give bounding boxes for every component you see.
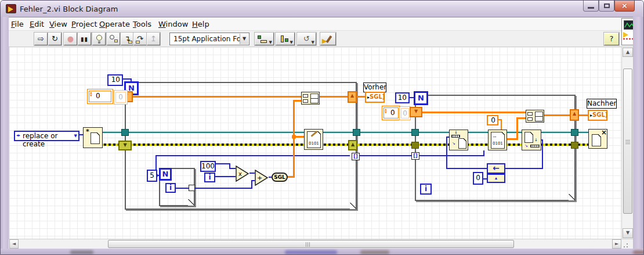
loop-output-tunnel[interactable] [189,185,195,191]
close-button[interactable]: × [614,1,635,12]
enum-sides-icon[interactable]: ◂▸ [16,133,20,138]
menu-operate[interactable]: Operate [99,20,130,28]
feedback-out-wire[interactable] [446,168,487,169]
menu-edit[interactable]: Edit [30,20,44,28]
distribute-objects-button[interactable]: ▼ [276,33,295,45]
read-data-wire[interactable] [516,117,526,119]
count-constant[interactable]: 10 [395,92,410,103]
numeric-constant-spinner[interactable]: ▲▼ 0 [382,106,400,120]
array-wire[interactable] [421,112,526,113]
scroll-right-button[interactable]: ► [612,239,621,249]
feedback-initializer[interactable]: ▴ [487,174,505,183]
error-tunnel[interactable] [571,142,578,149]
error-shift-register-left[interactable]: ▼ [118,141,132,150]
product-wire[interactable] [249,173,255,174]
read-data-wire[interactable] [516,117,518,140]
scroll-down-button[interactable]: ▼ [623,228,633,238]
highlight-execution-button[interactable] [92,33,106,45]
increment-decrement-icon[interactable]: ▲▼ [385,108,387,114]
menu-window[interactable]: Window [158,20,188,28]
iteration-wire[interactable] [176,188,189,189]
read-binary-file-node[interactable]: ·· 0101 [488,130,507,150]
increment-decrement-icon[interactable]: ▲▼ [90,91,92,97]
feedback-init-constant[interactable]: 0 [473,172,483,185]
read-count-wire[interactable] [418,155,484,156]
step-into-button[interactable]: ↴ [121,33,134,45]
run-button[interactable]: ⇨ [34,33,48,45]
scale-wire[interactable] [215,163,230,164]
error-wire[interactable] [102,143,120,146]
error-tunnel[interactable] [411,142,419,149]
font-selector[interactable]: 15pt Application Font ▼ [169,33,249,45]
index-tunnel[interactable]: [] [411,152,419,160]
sgl-data-wire[interactable] [293,100,295,178]
cleanup-diagram-button[interactable]: ▶ [320,33,336,45]
abort-button[interactable]: ● [64,33,77,45]
build-array-node-left[interactable] [301,92,320,105]
offset-wire[interactable] [501,119,502,130]
resize-grip[interactable] [623,242,631,248]
build-array-node-right[interactable] [526,110,544,123]
inner-result-wire[interactable] [251,181,252,189]
write-binary-file-node[interactable]: 0101 [304,129,323,150]
count-branch-wire[interactable] [155,155,350,156]
refnum-tunnel[interactable] [571,129,578,136]
scroll-left-button[interactable]: ◄ [9,239,19,249]
menu-tools[interactable]: Tools [133,20,151,28]
read-count-wire[interactable] [483,150,484,156]
refnum-tunnel[interactable] [353,129,360,136]
vertical-scroll-thumb[interactable] [623,69,632,214]
inner-loop-count-terminal[interactable]: N [159,168,172,181]
to-single-precision-node[interactable]: SGL [272,173,288,182]
iteration-terminal[interactable]: i [204,173,215,182]
inner-count-constant[interactable]: 5 [147,170,157,182]
count-constant[interactable]: 10 [107,74,123,86]
block-diagram-canvas[interactable]: N 10 ▼ ▲▼ 0 0 ▼ ▲ ▲ [] ◂▸ replace or cre… [9,47,621,239]
inner-iteration-terminal[interactable]: i [165,183,176,193]
shift-init-ghost[interactable]: 0 [399,106,411,120]
wire-junction[interactable] [292,135,296,139]
read-offset-constant[interactable]: 0 [487,115,498,125]
shift-register-right[interactable]: ▲ [570,109,579,121]
sgl-data-wire[interactable] [293,100,301,102]
context-help-button[interactable]: ? [604,33,619,45]
position-wire[interactable] [446,137,447,169]
shift-register-left[interactable]: ▼ [410,107,422,117]
scale-constant[interactable]: 100 [200,161,216,172]
indicator-label-vorher[interactable]: Vorher [363,82,386,92]
shift-init-ghost[interactable]: 0 [114,90,128,105]
inner-result-wire[interactable] [195,188,252,189]
refnum-tunnel[interactable] [411,129,419,136]
menu-project[interactable]: Project [71,20,97,28]
multiply-node[interactable]: x [236,166,249,182]
reorder-button[interactable]: ↺ ▼ [297,33,316,45]
sgl-array-indicator-nachher[interactable]: ▸SGL] [588,110,607,121]
feedback-in-wire[interactable] [505,168,543,169]
align-objects-button[interactable]: ▼ [255,33,274,45]
sgl-array-indicator-vorher[interactable]: ▸SGL] [365,92,385,103]
file-refnum-wire[interactable] [103,132,121,133]
retain-wire-values-button[interactable] [107,33,120,45]
feedback-in-wire[interactable] [542,140,543,169]
feedback-in-wire[interactable] [541,139,543,141]
menu-view[interactable]: View [49,20,67,28]
enum-constant[interactable]: ◂▸ replace or create ▼ [14,131,79,141]
indicator-wire[interactable] [578,114,588,116]
run-continuously-button[interactable]: ↻ [48,33,61,45]
loop-count-terminal[interactable]: N [414,91,428,105]
indicator-wire[interactable] [357,96,365,98]
pause-button[interactable]: ▮▮ [78,33,91,45]
enum-dropdown-icon[interactable]: ▼ [74,134,77,138]
index-tunnel[interactable]: [] [352,153,360,160]
error-shift-register-right[interactable]: ▲ [348,140,357,150]
iteration-terminal[interactable]: i [420,184,432,195]
scale-wire[interactable] [229,168,236,169]
menu-help[interactable]: Help [192,20,209,28]
open-create-replace-file-node[interactable]: * [83,127,103,148]
iteration-wire[interactable] [215,176,236,177]
array-wire[interactable] [544,114,570,116]
count-branch-wire[interactable] [357,155,411,156]
close-file-node[interactable]: × [588,129,607,149]
array-wire[interactable] [132,96,301,98]
minimize-button[interactable] [583,1,599,12]
